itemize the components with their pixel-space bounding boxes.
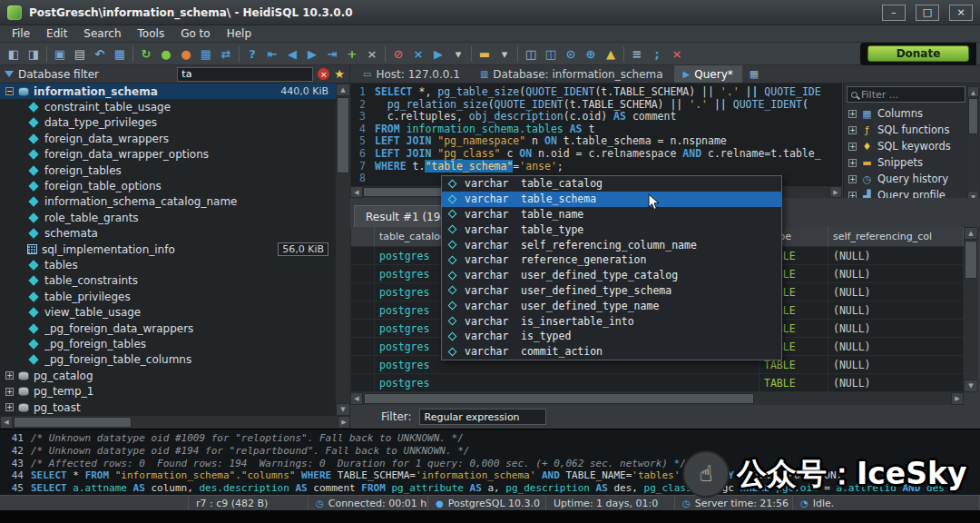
tree-item-tables[interactable]: tables <box>0 257 336 272</box>
reformat-icon[interactable]: ≡ <box>627 44 647 64</box>
copy-icon[interactable]: ▣ <box>50 44 70 64</box>
scroll-left-icon[interactable] <box>350 186 363 198</box>
tree-item-constraint-table-usage[interactable]: constraint_table_usage <box>0 99 336 114</box>
minus-expander-icon[interactable]: − <box>5 87 14 95</box>
helper-filter[interactable] <box>847 86 965 103</box>
menu-tools[interactable]: Tools <box>130 27 173 40</box>
refresh-icon[interactable]: ↻ <box>136 44 156 64</box>
panel-item-columns[interactable]: +▦Columns <box>844 105 980 122</box>
tree-item-view-table-usage[interactable]: view_table_usage <box>0 304 336 320</box>
donate-button[interactable]: Donate <box>867 45 969 62</box>
tree-item-table-constraints[interactable]: table_constraints <box>0 273 336 289</box>
tab-database[interactable]: ▥Database: information_schema <box>471 65 672 83</box>
menu-file[interactable]: File <box>4 27 38 40</box>
autocomplete-item-user-defined-type-schema[interactable]: varcharuser_defined_type_schema <box>442 283 781 299</box>
undo-icon[interactable]: ↶ <box>90 44 110 64</box>
session-edit-icon[interactable]: ◨ <box>24 44 44 64</box>
autocomplete-item-table-schema[interactable]: varchartable_schema <box>442 192 781 207</box>
menu-go-to[interactable]: Go to <box>172 27 219 40</box>
database-objects-icon[interactable]: ▦ <box>196 44 216 64</box>
plus-expander-icon[interactable]: + <box>848 175 857 183</box>
plus-expander-icon[interactable]: + <box>5 403 14 411</box>
tree-item-sql-implementation-info[interactable]: sql_implementation_info56,0 KiB <box>0 242 336 257</box>
tree-item-pg-catalog[interactable]: +pg_catalog <box>0 368 336 383</box>
grid-horizontal-scrollbar[interactable] <box>350 392 964 405</box>
tree-item-foreign-table-options[interactable]: foreign_table_options <box>0 178 336 193</box>
tree-vertical-scrollbar[interactable] <box>336 84 350 416</box>
menu-search[interactable]: Search <box>75 27 129 40</box>
paste-icon[interactable]: ▤ <box>70 44 90 64</box>
save-icon[interactable]: ◫ <box>521 44 541 64</box>
scroll-up-icon[interactable] <box>336 84 350 96</box>
prev-row-icon[interactable]: ◀ <box>282 44 302 64</box>
charset-icon[interactable]: ▲ <box>601 44 621 64</box>
tree-item-foreign-tables[interactable]: foreign_tables <box>0 163 336 178</box>
autocomplete-item-is-typed[interactable]: varcharis_typed <box>442 329 781 344</box>
plus-expander-icon[interactable]: + <box>5 388 14 396</box>
clear-filter-button[interactable] <box>318 68 329 80</box>
tree-item-schemata[interactable]: schemata <box>0 226 336 242</box>
autocomplete-item-is-insertable-into[interactable]: varcharis_insertable_into <box>442 313 781 329</box>
first-row-icon[interactable]: ⇤ <box>262 44 282 64</box>
last-row-icon[interactable]: ⇥ <box>322 44 342 64</box>
table-row[interactable]: postgresTABLE(NULL) <box>351 374 964 392</box>
clear-query-icon[interactable]: × <box>667 44 687 64</box>
grid-filter-input[interactable] <box>419 409 546 425</box>
minimize-button[interactable] <box>882 5 906 21</box>
delete-row-icon[interactable]: × <box>362 44 382 64</box>
autocomplete-item-table-catalog[interactable]: varchartable_catalog <box>442 176 781 192</box>
tree-item-role-table-grants[interactable]: role_table_grants <box>0 210 336 225</box>
scroll-right-icon[interactable] <box>829 186 842 198</box>
scroll-thumb[interactable] <box>364 393 754 404</box>
maximize-button[interactable] <box>916 5 939 21</box>
scroll-thumb[interactable] <box>337 97 349 173</box>
panel-item-snippets[interactable]: +▬Snippets <box>844 154 980 171</box>
save-as-icon[interactable]: ◫ <box>541 44 561 64</box>
tree-item-pg-toast[interactable]: +pg_toast <box>0 400 336 415</box>
new-query-tab-button[interactable]: ▦ <box>744 65 764 83</box>
tree-item--pg-foreign-tables[interactable]: _pg_foreign_tables <box>0 336 336 351</box>
open-more-icon[interactable]: ▾ <box>495 44 514 64</box>
tab-query[interactable]: ▶Query* <box>674 65 742 83</box>
scroll-up-icon[interactable] <box>964 227 978 240</box>
titlebar[interactable]: PostGresch\information_schema\ - HeidiSQ… <box>0 0 980 25</box>
scroll-thumb[interactable] <box>965 241 977 279</box>
run-more-icon[interactable]: ▾ <box>448 44 468 64</box>
scroll-down-icon[interactable] <box>336 403 350 416</box>
sync-icon[interactable]: ⇄ <box>216 44 236 64</box>
scroll-right-icon[interactable] <box>951 392 964 405</box>
stop-icon[interactable]: × <box>408 44 428 64</box>
tree-item-foreign-data-wrapper-options[interactable]: foreign_data_wrapper_options <box>0 147 336 163</box>
connect-icon[interactable]: ● <box>156 44 176 64</box>
tree-item-pg-temp-1[interactable]: +pg_temp_1 <box>0 383 336 399</box>
helper-filter-input[interactable] <box>861 89 961 101</box>
find-replace-icon[interactable]: ⊕ <box>581 44 601 64</box>
insert-row-icon[interactable]: + <box>342 44 362 64</box>
tree-item-information-schema-catalog-name[interactable]: information_schema_catalog_name <box>0 194 336 210</box>
scroll-down-icon[interactable] <box>964 380 978 392</box>
close-button[interactable] <box>949 5 973 21</box>
menu-help[interactable]: Help <box>219 27 260 40</box>
abort-icon[interactable]: ⊘ <box>388 44 408 64</box>
scroll-up-icon[interactable] <box>967 86 979 97</box>
grid-vertical-scrollbar[interactable] <box>964 227 978 392</box>
autocomplete-item-user-defined-type-catalog[interactable]: varcharuser_defined_type_catalog <box>442 268 781 283</box>
scroll-left-icon[interactable] <box>0 416 13 429</box>
autocomplete-item-self-referencing-column-name[interactable]: varcharself_referencing_column_name <box>442 237 781 252</box>
favorites-button[interactable] <box>334 67 345 81</box>
tree-item--pg-foreign-table-columns[interactable]: _pg_foreign_table_columns <box>0 352 336 368</box>
autocomplete-item-commit-action[interactable]: varcharcommit_action <box>442 344 781 360</box>
plus-expander-icon[interactable]: + <box>848 126 857 134</box>
sql-editor[interactable]: 1SELECT *, pg_table_size(QUOTE_IDENT(t.T… <box>350 84 842 186</box>
tree-item-data-type-privileges[interactable]: data_type_privileges <box>0 115 336 131</box>
plus-expander-icon[interactable]: + <box>5 371 14 380</box>
open-file-icon[interactable]: ▬ <box>475 44 495 64</box>
tree-item--pg-foreign-data-wrappers[interactable]: _pg_foreign_data_wrappers <box>0 321 336 336</box>
next-row-icon[interactable]: ▶ <box>302 44 322 64</box>
blob-viewer-icon[interactable]: ▦ <box>110 44 130 64</box>
plus-expander-icon[interactable]: + <box>848 159 857 167</box>
panel-item-query-history[interactable]: +◷Query history <box>844 171 980 187</box>
panel-item-sql-functions[interactable]: +ƒSQL functions <box>844 122 980 138</box>
tree-item-table-privileges[interactable]: table_privileges <box>0 289 336 304</box>
delimiter-icon[interactable]: ; <box>647 44 667 64</box>
